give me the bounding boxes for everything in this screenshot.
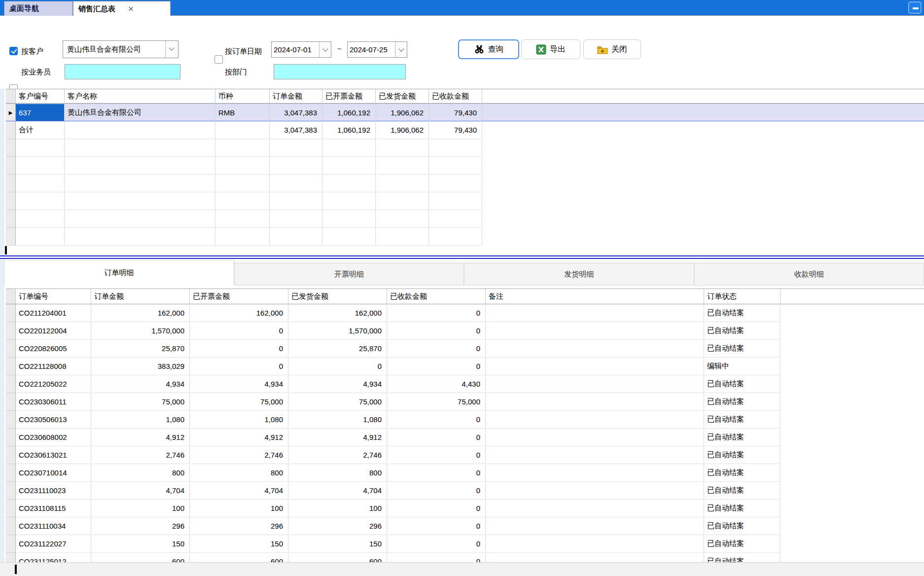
- order-row[interactable]: CO2201220041,570,00001,570,0000已自动结案: [6, 322, 924, 340]
- empty-row[interactable]: [6, 175, 924, 192]
- row-selector[interactable]: [6, 358, 16, 375]
- export-button[interactable]: 导出: [521, 39, 580, 59]
- column-header[interactable]: 客户名称: [65, 89, 215, 104]
- row-selector[interactable]: [6, 500, 16, 517]
- chevron-down-icon[interactable]: [319, 42, 331, 57]
- by-order-date-checkbox[interactable]: [214, 55, 223, 64]
- order-row[interactable]: CO221128008383,029000编辑中: [6, 358, 924, 375]
- cell: 0: [387, 304, 486, 322]
- close-button[interactable]: 关闭: [583, 39, 641, 59]
- detail-tab-label: 发货明细: [564, 270, 594, 279]
- order-row[interactable]: CO2311100342962962960已自动结案: [6, 517, 924, 535]
- cell: 1,080: [190, 411, 288, 429]
- row-selector[interactable]: [6, 157, 16, 175]
- titlebar-tab[interactable]: 桌面导航: [4, 1, 73, 16]
- total-row[interactable]: 合计3,047,3831,060,1921,906,06279,430: [6, 121, 924, 139]
- empty-row[interactable]: [6, 139, 924, 157]
- row-selector[interactable]: [6, 482, 16, 500]
- chevron-down-icon[interactable]: [165, 41, 178, 58]
- row-selector[interactable]: [6, 139, 16, 157]
- filler: [781, 375, 924, 393]
- horizontal-scrollbar-area[interactable]: [0, 562, 924, 576]
- column-header[interactable]: 订单金额: [91, 288, 190, 304]
- row-selector[interactable]: [6, 446, 16, 464]
- order-row[interactable]: CO2311220271501501500已自动结案: [6, 535, 924, 553]
- minimize-button[interactable]: [908, 1, 922, 14]
- date-from-picker[interactable]: 2024-07-01: [271, 41, 331, 58]
- order-row[interactable]: CO2306130212,7462,7462,7460已自动结案: [6, 446, 924, 464]
- by-customer-checkbox[interactable]: [9, 47, 18, 55]
- horizontal-splitter[interactable]: [0, 255, 924, 259]
- order-row[interactable]: CO2212050224,9344,9344,9344,430已自动结案: [6, 375, 924, 393]
- detail-tab[interactable]: 开票明细: [234, 263, 464, 286]
- column-header[interactable]: 备注: [486, 288, 704, 304]
- cell: [270, 192, 322, 210]
- row-selector[interactable]: [6, 375, 16, 393]
- chevron-down-icon[interactable]: [395, 42, 407, 57]
- empty-row[interactable]: [6, 210, 924, 228]
- empty-row[interactable]: [6, 157, 924, 175]
- order-row[interactable]: CO2305060131,0801,0801,0800已自动结案: [6, 411, 924, 429]
- order-row[interactable]: CO211204001162,000162,000162,0000已自动结案: [6, 304, 924, 322]
- column-header[interactable]: 已收款金额: [429, 89, 482, 104]
- row-selector[interactable]: [6, 340, 16, 358]
- row-selector[interactable]: [6, 304, 16, 322]
- row-selector[interactable]: [6, 228, 16, 246]
- cell: [429, 139, 482, 157]
- row-selector[interactable]: [6, 429, 16, 446]
- order-row[interactable]: CO2306080024,9124,9124,9120已自动结案: [6, 429, 924, 446]
- row-selector[interactable]: [6, 192, 16, 210]
- date-to-picker[interactable]: 2024-07-25: [347, 41, 407, 58]
- row-selector[interactable]: [6, 121, 16, 139]
- row-selector[interactable]: [6, 411, 16, 429]
- cell: 296: [190, 517, 288, 535]
- order-row[interactable]: CO2311250126006006000已自动结案: [6, 553, 924, 562]
- cell: [376, 228, 429, 246]
- row-selector[interactable]: [6, 322, 16, 340]
- column-header[interactable]: 订单金额: [270, 89, 322, 104]
- cell: 1,060,192: [322, 121, 376, 139]
- empty-row[interactable]: [6, 228, 924, 246]
- cell: [429, 157, 482, 175]
- cell: 75,000: [91, 393, 190, 411]
- row-selector[interactable]: ▶: [6, 104, 16, 121]
- titlebar-tab[interactable]: 销售汇总表×: [73, 1, 171, 16]
- row-selector[interactable]: [6, 210, 16, 228]
- order-row[interactable]: CO22082600525,870025,8700已自动结案: [6, 340, 924, 358]
- row-selector[interactable]: [6, 175, 16, 192]
- filler: [781, 429, 924, 446]
- column-header[interactable]: 订单状态: [704, 288, 781, 304]
- order-row[interactable]: CO23030601175,00075,00075,00075,000已自动结案: [6, 393, 924, 411]
- column-header[interactable]: 已发货金额: [288, 288, 387, 304]
- order-row[interactable]: CO2311081151001001000已自动结案: [6, 500, 924, 517]
- detail-tab[interactable]: 收款明细: [694, 263, 924, 286]
- order-row[interactable]: CO2307100148008008000已自动结案: [6, 464, 924, 482]
- query-button[interactable]: 查询: [458, 39, 519, 59]
- column-header[interactable]: 客户编号: [16, 89, 65, 104]
- order-row[interactable]: CO2311100234,7044,7044,7040已自动结案: [6, 482, 924, 500]
- customer-combobox[interactable]: 黄山伟旦合金有限公司: [63, 40, 178, 58]
- cell: CO231125012: [16, 553, 91, 562]
- row-selector[interactable]: [6, 464, 16, 482]
- column-header[interactable]: 币种: [215, 89, 270, 104]
- column-header[interactable]: 已发货金额: [376, 89, 429, 104]
- row-selector[interactable]: [6, 535, 16, 553]
- column-header[interactable]: 已开票金额: [190, 288, 288, 304]
- detail-tab[interactable]: 发货明细: [464, 263, 694, 286]
- close-tab-icon[interactable]: ×: [128, 4, 134, 13]
- row-selector[interactable]: [6, 553, 16, 562]
- column-header[interactable]: 已开票金额: [322, 89, 376, 104]
- salesperson-input[interactable]: [65, 64, 180, 79]
- cell: 2,746: [91, 446, 190, 464]
- orders-grid-body: CO211204001162,000162,000162,0000已自动结案CO…: [6, 304, 924, 562]
- column-header[interactable]: 订单编号: [16, 288, 91, 304]
- cell: 已自动结案: [704, 375, 781, 393]
- row-selector[interactable]: [6, 517, 16, 535]
- detail-tab[interactable]: 订单明细: [4, 260, 234, 286]
- customer-row[interactable]: ▶637黄山伟旦合金有限公司RMB3,047,3831,060,1921,906…: [6, 104, 924, 121]
- department-input[interactable]: [274, 64, 406, 79]
- empty-row[interactable]: [6, 192, 924, 210]
- row-selector[interactable]: [6, 393, 16, 411]
- cell: CO231122027: [16, 535, 91, 553]
- column-header[interactable]: 已收款金额: [387, 288, 486, 304]
